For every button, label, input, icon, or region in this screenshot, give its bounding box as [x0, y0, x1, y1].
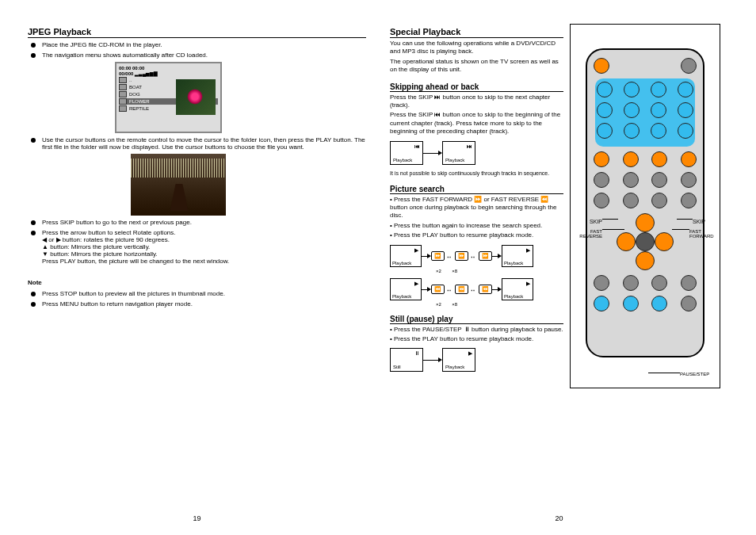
fn-button[interactable]	[623, 172, 639, 188]
fn-button[interactable]	[594, 172, 609, 188]
pause-icon: ⏸	[414, 350, 420, 356]
ffwd-step: ⏩	[431, 251, 445, 261]
box-playback-2: ⏭ Playback	[442, 141, 475, 165]
browser-header: 00:00 00:0000/000 ▂▃▄▅▆▇	[119, 66, 218, 76]
fn-button[interactable]	[681, 275, 697, 291]
fn-button[interactable]	[623, 193, 639, 208]
bullet-cursor: Use the cursor buttons on the remote con…	[31, 136, 366, 151]
dots: ‥	[447, 252, 452, 259]
num-1-button[interactable]	[597, 82, 613, 97]
number-pad	[595, 78, 695, 147]
up-button[interactable]	[636, 213, 655, 232]
ffwd-step: ⏩	[455, 251, 468, 261]
remote-column: SKIP FAST REVERSE SKIP FAST FORWARD PAUS…	[570, 24, 728, 527]
fast-forward-button[interactable]	[651, 151, 667, 167]
fn-button[interactable]	[681, 296, 697, 311]
page-number-right: 20	[555, 514, 563, 522]
num-5-button[interactable]	[597, 102, 613, 118]
search-text-c: • Press the PLAY button to resume playba…	[390, 231, 563, 239]
frev-step: ⏪	[479, 285, 492, 294]
leader-line	[677, 219, 693, 220]
num-6-button[interactable]	[624, 102, 640, 118]
eject-button[interactable]	[681, 58, 697, 74]
fn-button[interactable]	[651, 275, 667, 291]
intro-1: You can use the following operations whi…	[390, 40, 563, 56]
num-0-button[interactable]	[624, 123, 640, 139]
folder-icon	[119, 91, 127, 97]
search-text-a: • Press the FAST FORWARD ⏩ or FAST REVER…	[390, 196, 563, 220]
label-skip: SKIP	[571, 219, 602, 224]
pause-step-button[interactable]	[623, 296, 639, 311]
num-7-button[interactable]	[651, 102, 666, 118]
num-9-button[interactable]	[597, 123, 613, 139]
enter-button[interactable]	[636, 232, 655, 251]
box-play: ▶Playback	[502, 278, 533, 300]
folder-icon	[119, 105, 127, 112]
sec-search-heading: Picture search	[390, 185, 563, 194]
skip-back-text: Press the SKIP ⏮ button once to skip to …	[390, 111, 563, 136]
pause-text-a: • Press the PAUSE/STEP ⏸ button during p…	[390, 326, 563, 334]
ffwd-flow: ▶Playback ⏩ ‥ ⏩ ‥ ⏩ ▶Playback	[390, 245, 563, 267]
ffwd-step: ⏩	[479, 251, 492, 261]
frev-step: ⏪	[455, 285, 468, 294]
skip-note: It is not possible to skip continuously …	[390, 170, 563, 177]
play-icon: ▶	[414, 247, 418, 254]
fn-button[interactable]	[651, 172, 667, 188]
page-number-left: 19	[193, 514, 200, 522]
skip-flow: ⏮ Playback ⏭ Playback	[390, 141, 563, 165]
dots: ‥	[471, 285, 476, 292]
num-3-button[interactable]	[651, 82, 666, 97]
num-4-button[interactable]	[678, 82, 693, 97]
goto-button[interactable]	[678, 123, 693, 139]
box-playback-1: ⏮ Playback	[390, 141, 423, 165]
stop-button[interactable]	[651, 296, 667, 311]
fn-button[interactable]	[594, 275, 609, 291]
leader-line	[602, 219, 618, 220]
dots: ‥	[471, 252, 476, 259]
fn-button[interactable]	[681, 193, 697, 208]
fn-button[interactable]	[594, 193, 609, 208]
file-browser-screenshot: 00:00 00:0000/000 ▂▃▄▅▆▇ .. BOAT DOG FLO…	[115, 62, 222, 133]
sample-photo	[131, 154, 226, 216]
num-8-button[interactable]	[678, 102, 693, 118]
leader-line	[602, 229, 624, 230]
fn-button[interactable]	[623, 275, 639, 291]
transport-row	[594, 151, 697, 167]
num-2-button[interactable]	[624, 82, 640, 97]
intro-2: The operational status is shown on the T…	[390, 58, 563, 75]
right-button[interactable]	[655, 232, 674, 251]
num-10plus-button[interactable]	[651, 123, 666, 139]
skip-forward-button[interactable]	[681, 151, 697, 167]
folder-icon	[119, 77, 127, 83]
skip-back-button[interactable]	[594, 151, 609, 167]
sec-skip-heading: Skipping ahead or back	[390, 82, 563, 92]
page-spread: JPEG Playback Place the JPEG file CD-ROM…	[0, 0, 756, 535]
skip-fwd-icon: ⏭	[467, 143, 472, 149]
skip-back-icon: ⏮	[414, 143, 420, 149]
fn-button[interactable]	[681, 172, 697, 188]
left-button[interactable]	[617, 232, 636, 251]
power-button[interactable]	[594, 58, 609, 74]
note-stop: Press STOP button to preview all the pic…	[31, 290, 366, 297]
leader-line	[672, 229, 689, 230]
dots: ‥	[447, 285, 452, 292]
fn-button[interactable]	[651, 193, 667, 208]
leader-line	[648, 373, 680, 373]
preview-thumbnail	[176, 79, 216, 115]
note-menu: Press MENU button to return navigation p…	[31, 300, 366, 308]
box-still: ⏸ Still	[390, 348, 423, 372]
bullet-nav-menu: The navigation menu shows automatically …	[31, 52, 366, 59]
left-heading: JPEG Playback	[28, 27, 366, 38]
fast-reverse-button[interactable]	[623, 151, 639, 167]
box-play: ▶Playback	[390, 278, 422, 300]
down-button[interactable]	[636, 251, 655, 270]
play-button[interactable]	[594, 296, 609, 311]
speed-labels: ×2 ×8	[436, 269, 563, 273]
play-icon: ▶	[468, 350, 472, 357]
remote-top-row	[594, 58, 697, 74]
label-ffwd: FAST FORWARD	[689, 229, 720, 239]
pause-text-b: • Press the PLAY button to resume playba…	[390, 335, 563, 343]
play-icon: ▶	[526, 247, 530, 254]
remote-frame: SKIP FAST REVERSE SKIP FAST FORWARD PAUS…	[570, 24, 720, 388]
folder-icon	[119, 84, 127, 90]
